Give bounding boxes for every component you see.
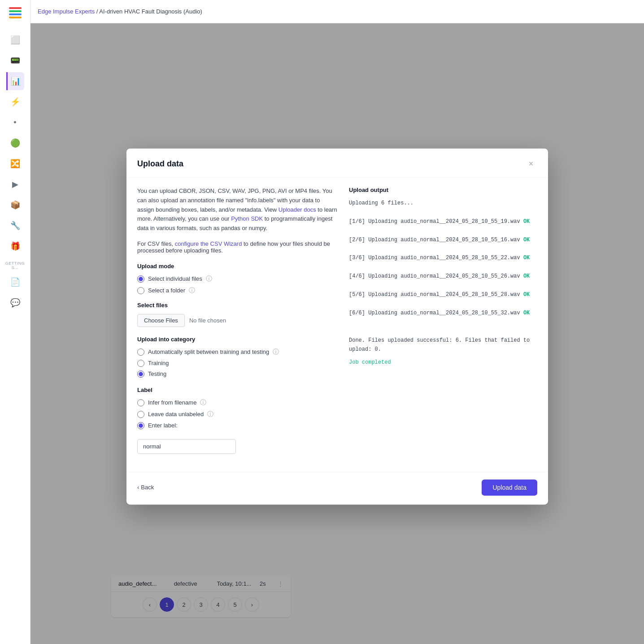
log-ok-2: OK bbox=[523, 237, 530, 243]
log-ok-1: OK bbox=[523, 218, 530, 225]
radio-folder-label: Select a folder bbox=[148, 287, 185, 294]
sidebar-item-model[interactable]: 📦 bbox=[6, 196, 24, 214]
choose-files-button[interactable]: Choose Files bbox=[137, 314, 185, 327]
upload-data-button[interactable]: Upload data bbox=[482, 479, 537, 496]
modal-title: Upload data bbox=[137, 159, 183, 169]
logo-bar-red bbox=[9, 7, 22, 9]
log-line-2: [2/6] Uploading audio_normal__2024_05_28… bbox=[349, 235, 537, 244]
back-button[interactable]: ‹ Back bbox=[137, 484, 154, 491]
sidebar-item-live[interactable]: ▶ bbox=[6, 175, 24, 193]
help-icon-infer: ⓘ bbox=[200, 399, 206, 407]
log-line-1: [1/6] Uploading audio_normal__2024_05_28… bbox=[349, 217, 537, 226]
logo-bar-yellow bbox=[9, 17, 22, 18]
label-section-title: Label bbox=[137, 387, 338, 393]
sidebar-item-docs[interactable]: 📄 bbox=[6, 273, 24, 291]
topbar: Edge Impulse Experts / AI-driven HVAC Fa… bbox=[30, 0, 644, 23]
radio-infer-filename[interactable]: Infer from filename ⓘ bbox=[137, 399, 338, 407]
logo-bar-blue bbox=[9, 13, 22, 15]
label-options-group: Infer from filename ⓘ Leave data unlabel… bbox=[137, 399, 338, 429]
label-section: Label Infer from filename ⓘ Leave data u… bbox=[137, 387, 338, 454]
radio-unlabeled-input[interactable] bbox=[137, 411, 144, 418]
modal-description: You can upload CBOR, JSON, CSV, WAV, JPG… bbox=[137, 187, 338, 233]
modal-footer: ‹ Back Upload data bbox=[126, 472, 548, 505]
log-ok-6: OK bbox=[523, 310, 530, 316]
sidebar-item-devices[interactable]: 📟 bbox=[6, 52, 24, 70]
csv-wizard-link[interactable]: configure the CSV Wizard bbox=[175, 240, 242, 247]
topbar-link[interactable]: Edge Impulse Experts bbox=[38, 8, 95, 15]
radio-individual-input[interactable] bbox=[137, 275, 144, 283]
radio-training[interactable]: Training bbox=[137, 360, 338, 367]
log-line-6: [6/6] Uploading audio_normal__2024_05_28… bbox=[349, 309, 537, 318]
log-done-text: Done. Files uploaded successful: 6. File… bbox=[349, 336, 537, 354]
help-icon-folder: ⓘ bbox=[189, 287, 195, 295]
upload-output-log: Uploading 6 files... [1/6] Uploading aud… bbox=[349, 199, 537, 367]
file-input-row: Choose Files No file chosen bbox=[137, 314, 338, 327]
radio-auto-label: Automatically split between training and… bbox=[148, 349, 269, 356]
radio-testing-label: Testing bbox=[148, 371, 166, 378]
radio-folder[interactable]: Select a folder ⓘ bbox=[137, 287, 338, 295]
radio-testing-input[interactable] bbox=[137, 370, 144, 378]
radio-enter-label-text: Enter label: bbox=[148, 422, 178, 429]
log-line-5: [5/6] Uploading audio_normal__2024_05_28… bbox=[349, 290, 537, 299]
sidebar-item-versioning[interactable]: 🔧 bbox=[6, 217, 24, 235]
sidebar-item-data[interactable]: 📊 bbox=[6, 72, 24, 90]
log-job-completed: Job completed bbox=[349, 358, 537, 367]
logo-bar-green bbox=[9, 10, 22, 12]
csv-note: For CSV files, configure the CSV Wizard … bbox=[137, 240, 338, 254]
sidebar: ⬜ 📟 📊 ⚡ • 🟢 🔀 ▶ 📦 🔧 🎁 GETTING S... 📄 💬 bbox=[0, 0, 30, 644]
help-icon-unlabeled: ⓘ bbox=[207, 410, 213, 418]
upload-mode-group: Select individual files ⓘ Select a folde… bbox=[137, 275, 338, 295]
sidebar-item-forum[interactable]: 💬 bbox=[6, 294, 24, 312]
modal-close-button[interactable]: × bbox=[525, 157, 537, 170]
sidebar-item-dashboard[interactable]: ⬜ bbox=[6, 31, 24, 49]
radio-infer-label: Infer from filename bbox=[148, 400, 196, 406]
upload-modal: Upload data × You can upload CBOR, JSON,… bbox=[126, 148, 548, 505]
radio-auto-split[interactable]: Automatically split between training and… bbox=[137, 348, 338, 356]
radio-training-label: Training bbox=[148, 360, 169, 367]
log-ok-5: OK bbox=[523, 292, 530, 298]
log-line-uploading: Uploading 6 files... bbox=[349, 199, 537, 208]
radio-individual-label: Select individual files bbox=[148, 276, 202, 283]
radio-individual-files[interactable]: Select individual files ⓘ bbox=[137, 275, 338, 283]
log-line-4: [4/6] Uploading audio_normal__2024_05_28… bbox=[349, 272, 537, 281]
csv-note-prefix: For CSV files, bbox=[137, 240, 175, 247]
sidebar-item-dot[interactable]: • bbox=[6, 113, 24, 131]
radio-enter-input[interactable] bbox=[137, 422, 144, 429]
topbar-subtitle: AI-driven HVAC Fault Diagnosis (Audio) bbox=[99, 8, 202, 15]
sidebar-item-eon[interactable]: 🟢 bbox=[6, 134, 24, 152]
upload-category-section: Upload into category Automatically split… bbox=[137, 336, 338, 378]
modal-header: Upload data × bbox=[126, 148, 548, 178]
uploader-docs-link[interactable]: Uploader docs bbox=[278, 206, 316, 213]
select-files-section: Select files Choose Files No file chosen bbox=[137, 302, 338, 327]
radio-testing[interactable]: Testing bbox=[137, 370, 338, 378]
getting-started-label: GETTING S... bbox=[0, 261, 30, 270]
radio-enter-label[interactable]: Enter label: bbox=[137, 422, 338, 429]
radio-folder-input[interactable] bbox=[137, 287, 144, 294]
modal-body: You can upload CBOR, JSON, CSV, WAV, JPG… bbox=[126, 178, 548, 472]
radio-unlabeled-label: Leave data unlabeled bbox=[148, 411, 204, 418]
radio-infer-input[interactable] bbox=[137, 399, 144, 406]
help-icon-individual: ⓘ bbox=[206, 275, 212, 283]
upload-output-title: Upload output bbox=[349, 187, 537, 193]
upload-category-group: Automatically split between training and… bbox=[137, 348, 338, 378]
log-ok-4: OK bbox=[523, 273, 530, 279]
no-file-text: No file chosen bbox=[189, 317, 226, 324]
upload-output-panel: Upload output Uploading 6 files... [1/6]… bbox=[349, 187, 537, 463]
modal-left-panel: You can upload CBOR, JSON, CSV, WAV, JPG… bbox=[137, 187, 338, 463]
log-ok-3: OK bbox=[523, 255, 530, 261]
radio-auto-input[interactable] bbox=[137, 348, 144, 356]
topbar-title: Edge Impulse Experts / AI-driven HVAC Fa… bbox=[38, 8, 202, 15]
upload-category-label: Upload into category bbox=[137, 336, 338, 343]
help-icon-auto: ⓘ bbox=[273, 348, 279, 356]
python-sdk-link[interactable]: Python SDK bbox=[231, 216, 263, 222]
sidebar-item-retrain[interactable]: 🔀 bbox=[6, 155, 24, 173]
sidebar-item-impulse[interactable]: ⚡ bbox=[6, 93, 24, 111]
back-chevron-icon: ‹ bbox=[137, 484, 139, 491]
radio-training-input[interactable] bbox=[137, 360, 144, 367]
main-content: audio_defect... defective Today, 10:1...… bbox=[30, 23, 644, 644]
radio-unlabeled[interactable]: Leave data unlabeled ⓘ bbox=[137, 410, 338, 418]
select-files-label: Select files bbox=[137, 302, 338, 309]
sidebar-item-deployment[interactable]: 🎁 bbox=[6, 237, 24, 255]
back-label: Back bbox=[141, 484, 154, 491]
label-text-input[interactable] bbox=[137, 439, 236, 454]
